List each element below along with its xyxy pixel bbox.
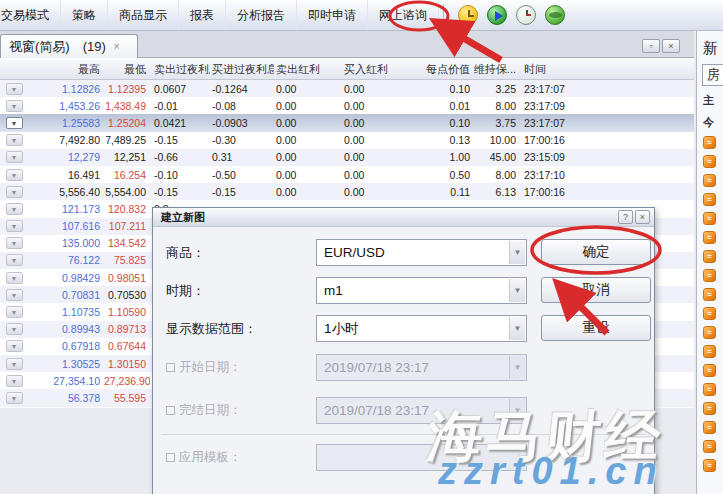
- row-dropdown-icon[interactable]: ▼: [6, 237, 23, 249]
- column-header[interactable]: 买入红利: [342, 61, 416, 77]
- symbol-select[interactable]: EUR/USD ▼: [316, 239, 527, 266]
- cancel-button[interactable]: 取消: [541, 277, 651, 303]
- data-range-select[interactable]: 1小时 ▼: [316, 315, 527, 342]
- cell-c5: 0.00: [274, 169, 342, 181]
- chevron-down-icon[interactable]: ▼: [509, 279, 525, 302]
- start-date-select[interactable]: 2019/07/18 23:17 ▼: [316, 354, 527, 381]
- news-feed-icon[interactable]: ≈: [703, 136, 716, 149]
- cell-c6: 0.00: [342, 169, 416, 181]
- dialog-close-icon[interactable]: ×: [635, 210, 650, 224]
- history-clock-icon[interactable]: [516, 5, 536, 25]
- start-date-checkbox[interactable]: [166, 363, 175, 372]
- row-dropdown-icon[interactable]: ▼: [6, 134, 23, 146]
- chevron-down-icon[interactable]: ▼: [509, 241, 525, 264]
- news-feed-icon[interactable]: ≈: [703, 155, 716, 168]
- column-header[interactable]: 最低: [104, 61, 150, 77]
- table-row[interactable]: ▼1.255831.252040.0421-0.09030.000.000.10…: [0, 114, 694, 131]
- table-row[interactable]: ▼1.128261.123950.0607-0.12640.000.000.10…: [0, 80, 694, 97]
- row-dropdown-icon[interactable]: ▼: [6, 272, 23, 284]
- news-feed-icon[interactable]: ≈: [703, 250, 716, 263]
- close-window-icon[interactable]: ×: [662, 39, 680, 53]
- tab-close-icon[interactable]: ×: [114, 41, 120, 52]
- row-dropdown-icon[interactable]: ▼: [6, 151, 23, 163]
- row-dropdown-icon[interactable]: ▼: [6, 289, 23, 301]
- row-dropdown-icon[interactable]: ▼: [6, 203, 23, 215]
- news-feed-icon[interactable]: ≈: [703, 364, 716, 377]
- cell-c3: 0.0607: [150, 83, 210, 95]
- row-dropdown-icon[interactable]: ▼: [6, 392, 23, 404]
- menu-item-1[interactable]: 策略: [61, 0, 108, 30]
- news-feed-icon[interactable]: ≈: [703, 383, 716, 396]
- menu-item-4[interactable]: 分析报告: [226, 0, 297, 30]
- row-dropdown-icon[interactable]: ▼: [6, 186, 23, 198]
- cell-time: 23:17:10: [516, 169, 578, 181]
- cell-c8: 8.00: [470, 169, 516, 181]
- table-row[interactable]: ▼1,453.261,438.49-0.01-0.080.000.000.018…: [0, 97, 694, 114]
- news-feed-icon[interactable]: ≈: [703, 307, 716, 320]
- row-dropdown-icon[interactable]: ▼: [6, 340, 23, 352]
- news-search-input[interactable]: 房: [702, 64, 723, 86]
- column-header[interactable]: 时间: [516, 61, 578, 77]
- row-dropdown-icon[interactable]: ▼: [6, 306, 23, 318]
- table-row[interactable]: ▼16.49116.254-0.10-0.500.000.000.508.002…: [0, 166, 694, 183]
- table-row[interactable]: ▼5,556.405,554.00-0.15-0.150.000.000.116…: [0, 183, 694, 200]
- column-header[interactable]: 维持保...: [470, 61, 516, 77]
- news-feed-icon[interactable]: ≈: [703, 193, 716, 206]
- dialog-help-icon[interactable]: ?: [618, 210, 633, 224]
- news-feed-icon[interactable]: ≈: [703, 288, 716, 301]
- data-range-value: 1小时: [324, 320, 359, 338]
- menu-item-0[interactable]: 交易模式: [0, 0, 61, 30]
- column-header[interactable]: 买进过夜利息: [210, 61, 274, 77]
- column-header[interactable]: 每点价值: [416, 61, 470, 77]
- cell-c3: 0.0421: [150, 117, 210, 129]
- menu-item-5[interactable]: 即时申请: [297, 0, 368, 30]
- news-feed-icon[interactable]: ≈: [703, 440, 716, 453]
- cell-low: 12,251: [104, 151, 150, 163]
- ok-button[interactable]: 确定: [541, 239, 651, 265]
- news-feed-icon[interactable]: ≈: [703, 345, 716, 358]
- column-header[interactable]: 卖出红利: [274, 61, 342, 77]
- row-dropdown-icon[interactable]: ▼: [6, 358, 23, 370]
- row-dropdown-icon[interactable]: ▼: [6, 117, 23, 129]
- template-checkbox[interactable]: [166, 453, 175, 462]
- period-label: 时期：: [166, 282, 205, 300]
- row-dropdown-icon[interactable]: ▼: [6, 83, 23, 95]
- cell-time: 23:15:09: [516, 151, 578, 163]
- row-dropdown-icon[interactable]: ▼: [6, 220, 23, 232]
- menu-item-2[interactable]: 商品显示: [108, 0, 179, 30]
- world-news-icon[interactable]: [545, 5, 565, 25]
- news-feed-icon[interactable]: ≈: [703, 402, 716, 415]
- news-feed-icon[interactable]: ≈: [703, 421, 716, 434]
- column-header[interactable]: 最高: [28, 61, 104, 77]
- template-select[interactable]: [316, 444, 527, 471]
- chevron-down-icon[interactable]: ▼: [509, 317, 525, 340]
- news-feed-icon[interactable]: ≈: [703, 231, 716, 244]
- reset-button[interactable]: 重设: [541, 315, 651, 341]
- row-dropdown-icon[interactable]: ▼: [6, 254, 23, 266]
- news-feed-icon[interactable]: ≈: [703, 326, 716, 339]
- symbol-value: EUR/USD: [324, 245, 385, 260]
- menu-item-3[interactable]: 报表: [179, 0, 226, 30]
- news-feed-icon[interactable]: ≈: [703, 212, 716, 225]
- end-date-checkbox[interactable]: [166, 406, 175, 415]
- tab-watch-window[interactable]: 视窗(简易) (19) ×: [0, 34, 138, 58]
- row-dropdown-icon[interactable]: ▼: [6, 375, 23, 387]
- news-side-panel: 新 房 主 今 ≈≈≈≈≈≈≈≈≈≈≈≈≈≈≈≈≈≈: [696, 31, 723, 494]
- restore-window-icon[interactable]: ▫: [642, 39, 660, 53]
- column-header[interactable]: 卖出过夜利息: [150, 61, 210, 77]
- dialog-title-bar[interactable]: 建立新图 ? ×: [153, 208, 654, 227]
- table-row[interactable]: ▼12,27912,251-0.660.310.000.001.0045.002…: [0, 149, 694, 166]
- news-feed-icon[interactable]: ≈: [703, 269, 716, 282]
- news-feed-icon[interactable]: ≈: [703, 174, 716, 187]
- period-select[interactable]: m1 ▼: [316, 277, 527, 304]
- row-dropdown-icon[interactable]: ▼: [6, 323, 23, 335]
- cell-low: 120.832: [104, 203, 150, 215]
- news-feed-icon[interactable]: ≈: [703, 459, 716, 472]
- play-chart-icon[interactable]: [487, 5, 507, 25]
- new-chart-clock-icon[interactable]: [458, 5, 478, 25]
- row-dropdown-icon[interactable]: ▼: [6, 100, 23, 112]
- row-dropdown-icon[interactable]: ▼: [6, 169, 23, 181]
- table-row[interactable]: ▼7,492.807,489.25-0.15-0.300.000.000.131…: [0, 132, 694, 149]
- menu-item-6[interactable]: 网上谘询: [368, 0, 439, 30]
- end-date-select[interactable]: 2019/07/18 23:17 ▼: [316, 397, 527, 424]
